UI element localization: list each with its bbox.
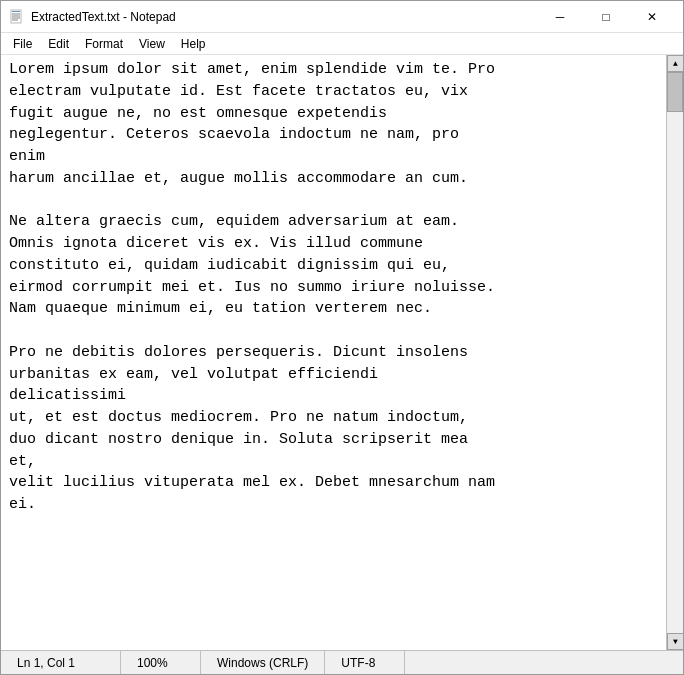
cursor-position: Ln 1, Col 1 (1, 651, 121, 674)
maximize-button[interactable]: □ (583, 1, 629, 33)
app-icon (9, 9, 25, 25)
scroll-track[interactable] (667, 72, 683, 633)
text-content[interactable]: Lorem ipsum dolor sit amet, enim splendi… (1, 55, 666, 650)
title-bar: ExtractedText.txt - Notepad ─ □ ✕ (1, 1, 683, 33)
scroll-thumb[interactable] (667, 72, 683, 112)
menu-help[interactable]: Help (173, 35, 214, 53)
window-title: ExtractedText.txt - Notepad (31, 10, 176, 24)
window-controls: ─ □ ✕ (537, 1, 675, 33)
menu-view[interactable]: View (131, 35, 173, 53)
status-bar: Ln 1, Col 1 100% Windows (CRLF) UTF-8 (1, 650, 683, 674)
zoom-level: 100% (121, 651, 201, 674)
minimize-button[interactable]: ─ (537, 1, 583, 33)
content-area: Lorem ipsum dolor sit amet, enim splendi… (1, 55, 683, 650)
title-bar-left: ExtractedText.txt - Notepad (9, 9, 176, 25)
menu-bar: File Edit Format View Help (1, 33, 683, 55)
menu-edit[interactable]: Edit (40, 35, 77, 53)
menu-format[interactable]: Format (77, 35, 131, 53)
line-ending: Windows (CRLF) (201, 651, 325, 674)
vertical-scrollbar[interactable]: ▲ ▼ (666, 55, 683, 650)
encoding: UTF-8 (325, 651, 405, 674)
menu-file[interactable]: File (5, 35, 40, 53)
close-button[interactable]: ✕ (629, 1, 675, 33)
scroll-down-button[interactable]: ▼ (667, 633, 683, 650)
svg-rect-1 (12, 11, 20, 12)
notepad-window: ExtractedText.txt - Notepad ─ □ ✕ File E… (0, 0, 684, 675)
scroll-up-button[interactable]: ▲ (667, 55, 683, 72)
